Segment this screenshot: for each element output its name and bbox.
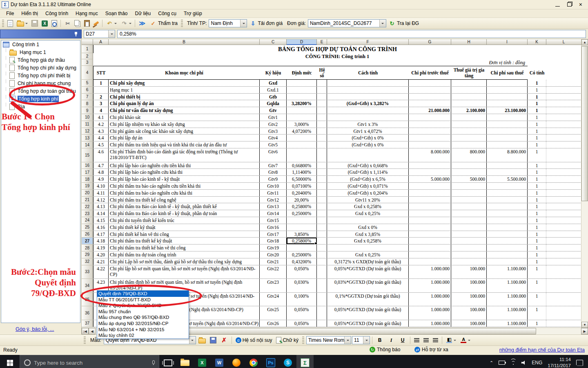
- cell-g-10[interactable]: [409, 114, 451, 121]
- cell-g-27[interactable]: [409, 238, 451, 244]
- cell-i-17[interactable]: [487, 169, 528, 175]
- cell-i-27[interactable]: [487, 238, 528, 244]
- cell-i-26[interactable]: [487, 231, 528, 238]
- cell-g-26[interactable]: [409, 231, 451, 238]
- cell-he-17[interactable]: [317, 169, 327, 175]
- cell-desc-26[interactable]: Chi phí thiết kế bản vẽ thi công: [109, 231, 260, 238]
- row-header-17[interactable]: 17: [82, 169, 93, 176]
- cell-dm-8[interactable]: 3,28200%: [287, 100, 317, 107]
- cell-dm-27[interactable]: 0,25800%: [287, 238, 317, 244]
- cell-he-12[interactable]: [317, 128, 327, 135]
- cell-i-10[interactable]: [487, 114, 528, 121]
- cell-i-15[interactable]: 8.800.000: [487, 148, 528, 162]
- delete-template-button[interactable]: ✗: [219, 335, 229, 345]
- cell-g-24[interactable]: [409, 217, 451, 224]
- cell-stt-21[interactable]: 4.12: [93, 197, 109, 203]
- scroll-right-button[interactable]: ▶: [581, 328, 588, 334]
- cell-cach-18[interactable]: (Gxd+Gtb) x 6,5%: [327, 176, 409, 182]
- row-header-28[interactable]: 28: [82, 245, 93, 251]
- cell-cotinh-29[interactable]: 1: [528, 251, 546, 258]
- cell-dm-17[interactable]: 1,11400%: [287, 169, 317, 175]
- cell-l-32[interactable]: [546, 258, 581, 265]
- cell-g-19[interactable]: [409, 183, 451, 189]
- cell-cotinh-8[interactable]: 1: [528, 100, 546, 107]
- chu-ky-button[interactable]: Chữ ký: [274, 336, 300, 345]
- cell-h2-16[interactable]: [451, 162, 487, 169]
- restore-button[interactable]: [567, 2, 572, 7]
- cell-cotinh-27[interactable]: 1: [528, 238, 546, 244]
- cell-cotinh-13[interactable]: 1: [528, 135, 546, 141]
- cell-stt-7[interactable]: 2: [93, 94, 109, 100]
- cell-he-25[interactable]: [317, 224, 327, 231]
- photoshop-taskbar-button[interactable]: Ps: [262, 355, 279, 368]
- cell-dm-33[interactable]: 0,050%: [287, 265, 317, 279]
- eta-app-taskbar-button[interactable]: Σ: [296, 355, 314, 368]
- row-header-16[interactable]: 16: [82, 162, 93, 169]
- cell-h2-10[interactable]: [451, 114, 487, 121]
- dropdown-item-5[interactable]: Mẫu áp dụng NĐ 32/2015/NĐ-CP: [97, 321, 189, 327]
- cell-ky-9[interactable]: Gtv: [260, 107, 287, 114]
- cell-dm-12[interactable]: 4,07200%: [287, 128, 317, 135]
- row-header-21[interactable]: 21: [82, 197, 93, 204]
- tham-tra-button[interactable]: ✓Thẩm tra: [148, 18, 179, 28]
- cell-i-12[interactable]: [487, 128, 528, 135]
- cell-stt-15[interactable]: 4.6: [93, 148, 109, 162]
- cell-he-10[interactable]: [317, 114, 327, 121]
- cell-g-18[interactable]: 5.000.000: [409, 176, 451, 182]
- cell-l-9[interactable]: [546, 107, 581, 114]
- limitations-link[interactable]: những điểm hạn chế của Dự toán Eta: [499, 347, 585, 353]
- cell-g-15[interactable]: 8.000.000: [409, 148, 451, 162]
- print-preview-button[interactable]: [50, 19, 59, 28]
- cell-l-21[interactable]: [546, 197, 581, 203]
- cell-he-8[interactable]: [317, 100, 327, 107]
- formula-input[interactable]: 0,258%: [117, 30, 586, 38]
- template-combo-dropdown-button[interactable]: [189, 337, 196, 344]
- cell-dm-28[interactable]: [287, 245, 317, 251]
- cell-cotinh-9[interactable]: 1: [528, 107, 546, 114]
- cell-dm-36[interactable]: 0,050%: [287, 306, 317, 320]
- cell-desc-21[interactable]: Chi phí thẩm tra thiết kế công nghệ: [109, 197, 260, 203]
- cell-cotinh-14[interactable]: 1: [528, 141, 546, 148]
- start-button[interactable]: [0, 355, 20, 368]
- cell-cotinh-25[interactable]: 1: [528, 224, 546, 231]
- row-header-23[interactable]: 23: [82, 210, 93, 217]
- cell-he-20[interactable]: [317, 190, 327, 196]
- cell-l-15[interactable]: [546, 148, 581, 162]
- cell-ky-5[interactable]: Gxd: [260, 80, 287, 86]
- cell-dm-18[interactable]: 6,50000%: [287, 176, 317, 182]
- cell-dm-11[interactable]: 3,000%: [287, 121, 317, 128]
- cell-i-16[interactable]: [487, 162, 528, 169]
- row-header-13[interactable]: 13: [82, 135, 93, 141]
- cell-h2-15[interactable]: 800.000: [451, 148, 487, 162]
- wifi-icon[interactable]: [510, 360, 516, 365]
- cell-desc-9[interactable]: Chi phí tư vấn đầu tư xây dựng: [109, 107, 260, 114]
- cell-dm-37[interactable]: 0,050%: [287, 320, 317, 327]
- cell-dm-20[interactable]: 0,20400%: [287, 190, 317, 196]
- cell-cotinh-19[interactable]: 1: [528, 183, 546, 189]
- cell-l-25[interactable]: [546, 224, 581, 231]
- cell-ky-35[interactable]: Gtv24: [260, 293, 287, 306]
- cell-l-8[interactable]: [546, 100, 581, 107]
- cell-l-28[interactable]: [546, 245, 581, 251]
- he-so-noi-suy-button[interactable]: αHệ số nội suy: [234, 336, 274, 344]
- font-size-combo[interactable]: 11: [352, 336, 370, 344]
- row-header-3[interactable]: 3: [82, 59, 93, 66]
- cell-stt-10[interactable]: 4.1: [93, 114, 109, 121]
- cell-h2-9[interactable]: 2.100.000: [451, 107, 487, 114]
- cell-cotinh-32[interactable]: 1: [528, 258, 546, 265]
- cell-cotinh-11[interactable]: 1: [528, 121, 546, 128]
- cell-l-7[interactable]: [546, 94, 581, 100]
- cell-he-36[interactable]: [317, 306, 327, 320]
- cell-stt-19[interactable]: 4.10: [93, 183, 109, 189]
- menu-item-6[interactable]: Công cụ: [154, 10, 180, 17]
- row-header-24[interactable]: 24: [82, 217, 93, 224]
- cell-h2-34[interactable]: 100.000: [451, 279, 487, 292]
- font-color-button[interactable]: A: [459, 336, 472, 345]
- grid-subtitle[interactable]: CÔNG TRÌNH: Công trình 1: [93, 53, 581, 59]
- cell-g-6[interactable]: [409, 87, 451, 93]
- format-painter-button[interactable]: [92, 21, 100, 26]
- don-gia-combo[interactable]: NamDinh_2014SC_DG2677: [308, 19, 386, 27]
- cell-i-35[interactable]: 1.100.000: [487, 293, 528, 306]
- row-header-1[interactable]: 1: [82, 45, 93, 53]
- table-header-l[interactable]: [546, 66, 581, 80]
